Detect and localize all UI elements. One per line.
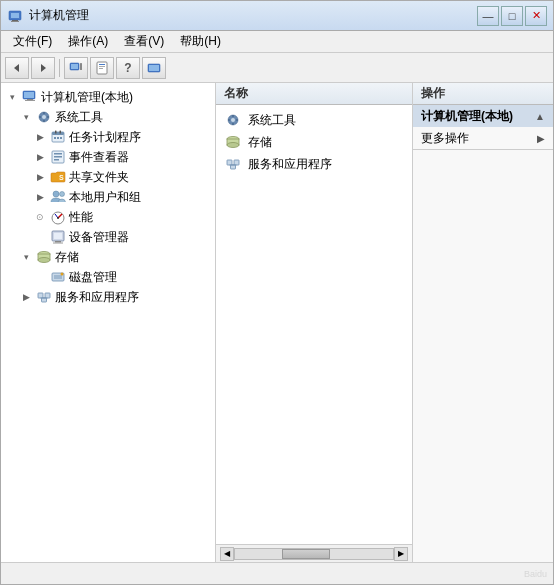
- svg-rect-10: [99, 64, 105, 65]
- tree-disk-label: 磁盘管理: [69, 269, 117, 286]
- toolbar-btn-2[interactable]: [90, 57, 114, 79]
- svg-rect-31: [60, 137, 62, 139]
- tree-users-label: 本地用户和组: [69, 189, 141, 206]
- svg-point-67: [227, 143, 239, 148]
- svg-marker-5: [41, 64, 46, 72]
- scroll-left-button[interactable]: ◀: [220, 547, 234, 561]
- maximize-button[interactable]: □: [501, 6, 523, 26]
- tree-item-task-scheduler[interactable]: ▶ 任务计划程序: [1, 127, 215, 147]
- tree-device-label: 设备管理器: [69, 229, 129, 246]
- services-icon: [36, 289, 52, 305]
- expand-icon-users: ▶: [33, 190, 47, 204]
- status-bar: Baidu: [1, 562, 553, 584]
- list-item-services-apps[interactable]: 服务和应用程序: [216, 153, 412, 175]
- menu-help[interactable]: 帮助(H): [172, 31, 229, 52]
- tree-item-storage[interactable]: ▾ 存储: [1, 247, 215, 267]
- list-header-label: 名称: [224, 85, 248, 102]
- svg-marker-4: [14, 64, 19, 72]
- list-label-system-tools: 系统工具: [248, 112, 296, 129]
- svg-rect-17: [27, 99, 33, 100]
- tree-item-disk-management[interactable]: ▶ 磁盘管理: [1, 267, 215, 287]
- list-panel: 名称 系统工具: [216, 83, 413, 562]
- svg-rect-16: [24, 92, 34, 98]
- tree-item-performance[interactable]: ⊙ 性能: [1, 207, 215, 227]
- svg-rect-54: [45, 293, 50, 298]
- hscrollbar[interactable]: [234, 548, 394, 560]
- tree-item-root[interactable]: ▾ 计算机管理(本地): [1, 87, 215, 107]
- computer-icon: [22, 89, 38, 105]
- svg-point-38: [60, 192, 65, 197]
- svg-point-52: [61, 273, 64, 276]
- svg-rect-18: [25, 100, 35, 101]
- svg-rect-29: [54, 137, 56, 139]
- tree-item-system-tools[interactable]: ▾ 系统工具: [1, 107, 215, 127]
- list-item-storage[interactable]: 存储: [216, 131, 412, 153]
- list-header: 名称: [216, 83, 412, 105]
- svg-rect-68: [227, 160, 232, 165]
- toolbar-btn-3[interactable]: [142, 57, 166, 79]
- action-section-title-computer[interactable]: 计算机管理(本地) ▲: [413, 105, 553, 127]
- event-icon: [50, 149, 66, 165]
- action-section-arrow: ▲: [535, 111, 545, 122]
- toolbar-btn-help[interactable]: ?: [116, 57, 140, 79]
- tool-icon: [36, 109, 52, 125]
- tree-item-shared-folders[interactable]: ▶ S 共享文件夹: [1, 167, 215, 187]
- title-bar: 计算机管理 — □ ✕: [1, 1, 553, 31]
- tree-perf-label: 性能: [69, 209, 93, 226]
- list-icon-storage: [224, 133, 242, 151]
- tree-item-local-users[interactable]: ▶ 本地用户和组: [1, 187, 215, 207]
- hscrollbar-thumb: [282, 549, 329, 559]
- menu-view[interactable]: 查看(V): [116, 31, 172, 52]
- svg-rect-45: [55, 241, 61, 243]
- svg-rect-33: [54, 153, 62, 155]
- svg-text:S: S: [59, 174, 64, 181]
- svg-rect-51: [54, 275, 62, 279]
- device-icon: [50, 229, 66, 245]
- expand-icon-task: ▶: [33, 130, 47, 144]
- svg-point-49: [38, 258, 50, 263]
- forward-button[interactable]: [31, 57, 55, 79]
- svg-rect-3: [11, 21, 19, 22]
- main-content: ▾ 计算机管理(本地) ▾: [1, 83, 553, 562]
- tree-storage-label: 存储: [55, 249, 79, 266]
- calendar-icon: [50, 129, 66, 145]
- svg-rect-69: [234, 160, 239, 165]
- action-panel: 操作 计算机管理(本地) ▲ 更多操作 ▶: [413, 83, 553, 562]
- tree-root-label: 计算机管理(本地): [41, 89, 133, 106]
- perf-icon: [50, 209, 66, 225]
- toolbar-btn-1[interactable]: [64, 57, 88, 79]
- svg-rect-2: [12, 20, 18, 21]
- expand-icon-services: ▶: [19, 290, 33, 304]
- svg-rect-14: [149, 65, 159, 71]
- tree-item-device-manager[interactable]: ▶ 设备管理器: [1, 227, 215, 247]
- menu-file[interactable]: 文件(F): [5, 31, 60, 52]
- expand-icon-event: ▶: [33, 150, 47, 164]
- tree-item-event-viewer[interactable]: ▶ 事件查看器: [1, 147, 215, 167]
- action-more-operations[interactable]: 更多操作 ▶: [413, 127, 553, 149]
- svg-point-37: [53, 191, 59, 197]
- tree-item-services-apps[interactable]: ▶ 服务和应用程序: [1, 287, 215, 307]
- back-button[interactable]: [5, 57, 29, 79]
- expand-icon-system-tools: ▾: [19, 110, 33, 124]
- close-button[interactable]: ✕: [525, 6, 547, 26]
- svg-rect-27: [55, 131, 57, 134]
- list-label-storage: 存储: [248, 134, 272, 151]
- expand-icon-perf: ⊙: [33, 210, 47, 224]
- watermark: Baidu: [524, 569, 547, 579]
- svg-rect-28: [60, 131, 62, 134]
- minimize-button[interactable]: —: [477, 6, 499, 26]
- svg-rect-34: [54, 156, 62, 158]
- list-item-system-tools[interactable]: 系统工具: [216, 109, 412, 131]
- title-bar-text: 计算机管理: [29, 7, 477, 24]
- action-section-computer: 计算机管理(本地) ▲ 更多操作 ▶: [413, 105, 553, 150]
- scroll-right-button[interactable]: ▶: [394, 547, 408, 561]
- disk-icon: [50, 269, 66, 285]
- svg-rect-55: [42, 298, 47, 302]
- svg-rect-70: [231, 165, 236, 169]
- list-items: 系统工具 存储: [216, 105, 412, 544]
- tree-shared-label: 共享文件夹: [69, 169, 129, 186]
- users-icon: [50, 189, 66, 205]
- expand-icon-root: ▾: [5, 90, 19, 104]
- menu-action[interactable]: 操作(A): [60, 31, 116, 52]
- svg-point-42: [57, 217, 59, 219]
